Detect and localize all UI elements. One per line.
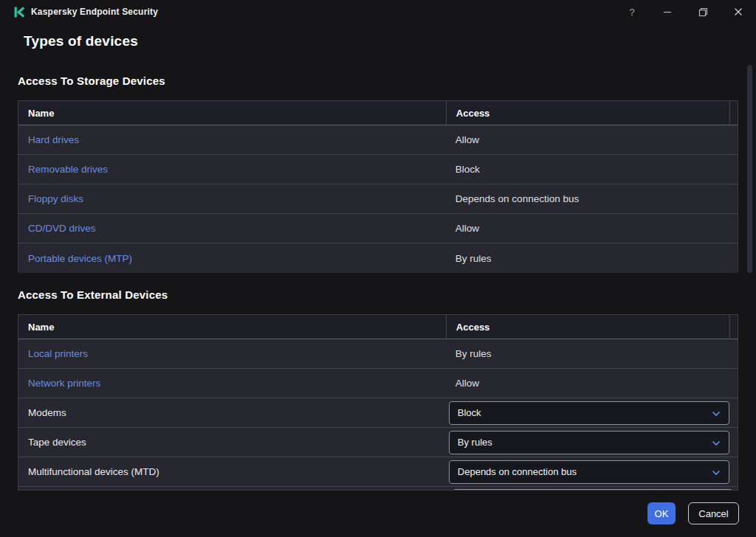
access-value: By rules [456,348,492,359]
device-link-portable-devices-mtp[interactable]: Portable devices (MTP) [28,253,132,264]
access-select-modems[interactable]: Block [449,401,729,425]
cancel-button[interactable]: Cancel [688,502,739,524]
help-button[interactable]: ? [614,0,650,24]
vertical-scrollbar-thumb[interactable] [747,65,752,273]
column-header-name: Name [18,101,446,125]
device-label-multifunctional-devices-mtd: Multifunctional devices (MTD) [28,466,159,477]
page-title: Types of devices [24,33,138,49]
chevron-down-icon [712,465,721,479]
close-button[interactable] [721,0,756,24]
access-value: Allow [456,223,479,234]
device-link-removable-drives[interactable]: Removable drives [28,164,108,175]
restore-button[interactable] [685,0,721,24]
table-row: Multifunctional devices (MTD) Depends on… [18,457,738,487]
title-bar: Kaspersky Endpoint Security ? [0,0,756,24]
column-header-spacer [730,101,738,125]
kaspersky-logo-icon [13,6,26,18]
chevron-down-icon [712,406,721,420]
table-row: Tape devices By rules [18,428,738,457]
access-value: Block [456,164,480,175]
column-header-spacer [730,315,738,339]
column-header-access: Access [446,315,730,339]
device-link-cd-dvd-drives[interactable]: CD/DVD drives [28,223,96,234]
ok-button[interactable]: OK [647,502,676,524]
device-link-floppy-disks[interactable]: Floppy disks [28,193,83,204]
table-row: Floppy disks Depends on connection bus [18,184,738,214]
device-label-tape-devices: Tape devices [28,437,86,448]
access-select-multifunctional-devices[interactable]: Depends on connection bus [449,460,729,484]
table-header-row: Name Access [18,101,738,125]
table-row: CD/DVD drives Allow [18,214,738,243]
table-row: Removable drives Block [18,155,738,184]
minimize-button[interactable] [650,0,685,24]
table-row-clipped [18,487,738,491]
table-row: Portable devices (MTP) By rules [18,243,738,273]
column-header-access: Access [446,101,730,125]
storage-devices-table: Name Access Hard drives Allow Removable … [18,100,738,272]
device-link-local-printers[interactable]: Local printers [28,348,88,359]
table-header-row: Name Access [18,315,738,339]
section-title-external-devices: Access To External Devices [18,288,168,301]
table-row: Local printers By rules [18,339,738,369]
access-value: Depends on connection bus [456,193,579,204]
window-title: Kaspersky Endpoint Security [31,7,158,17]
access-value: Allow [456,378,479,389]
table-row: Network printers Allow [18,369,738,398]
access-value: By rules [456,253,492,264]
external-devices-table: Name Access Local printers By rules Netw… [18,314,738,491]
section-title-storage-devices: Access To Storage Devices [18,75,165,87]
device-link-hard-drives[interactable]: Hard drives [28,134,79,145]
table-row: Modems Block [18,398,738,428]
column-header-name: Name [18,315,446,339]
access-select-tape-devices[interactable]: By rules [449,431,729,454]
device-link-network-printers[interactable]: Network printers [28,378,100,389]
access-select-clipped [453,489,733,491]
access-value: Allow [456,134,479,145]
device-label-modems: Modems [28,407,66,418]
table-row: Hard drives Allow [18,125,738,155]
chevron-down-icon [712,436,721,449]
